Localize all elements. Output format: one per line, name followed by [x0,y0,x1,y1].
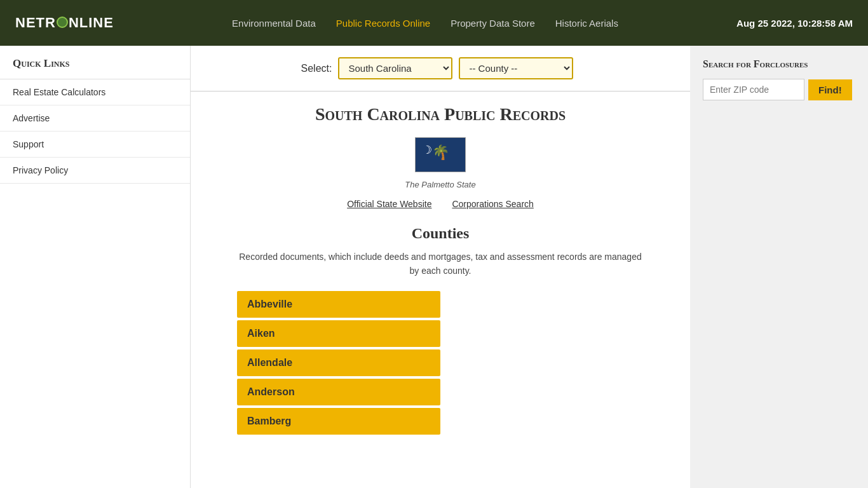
zip-code-input[interactable] [703,79,804,100]
state-select[interactable]: South Carolina [338,57,452,79]
sidebar-item-privacy[interactable]: Privacy Policy [0,158,190,184]
sidebar-item-advertise[interactable]: Advertise [0,105,190,132]
county-anderson[interactable]: Anderson [237,379,440,405]
flag-crescent-icon: ☽ [422,143,432,157]
flag-tree-icon: 🌴 [432,144,449,161]
county-abbeville[interactable]: Abbeville [237,291,440,318]
logo: NETRNLINE [15,15,114,31]
select-bar: Select: South Carolina -- County -- [191,46,690,92]
logo-globe-icon [57,17,68,28]
select-label: Select: [301,63,332,74]
nav-environmental-data[interactable]: Environmental Data [232,18,316,29]
header: NETRNLINE Environmental Data Public Reco… [0,0,868,46]
state-page-title: South Carolina Public Records [237,104,644,125]
sidebar-item-support[interactable]: Support [0,132,190,158]
find-button[interactable]: Find! [808,79,852,100]
state-content: South Carolina Public Records ☽ 🌴 The Pa… [218,92,663,447]
flag-container: ☽ 🌴 [237,137,644,175]
main-nav: Environmental Data Public Records Online… [232,18,618,29]
right-panel: Search for Forclosures Find! [690,46,868,488]
county-aiken[interactable]: Aiken [237,320,440,347]
county-allendale[interactable]: Allendale [237,349,440,376]
county-bamberg[interactable]: Bamberg [237,408,440,435]
counties-description: Recorded documents, which include deeds … [237,250,644,278]
nav-property-data[interactable]: Property Data Store [451,18,535,29]
zip-search-row: Find! [703,79,855,100]
header-datetime: Aug 25 2022, 10:28:58 AM [736,18,853,29]
state-flag: ☽ 🌴 [415,137,466,172]
county-select[interactable]: -- County -- [459,57,573,79]
state-links: Official State Website Corporations Sear… [237,198,644,210]
official-state-website-link[interactable]: Official State Website [347,199,431,209]
county-list: Abbeville Aiken Allendale Anderson Bambe… [237,291,440,435]
foreclosure-search-title: Search for Forclosures [703,58,855,70]
sidebar-title: Quick Links [0,46,190,79]
counties-heading: Counties [237,225,644,242]
sidebar-item-real-estate[interactable]: Real Estate Calculators [0,79,190,105]
sidebar: Quick Links Real Estate Calculators Adve… [0,46,191,488]
page-body: Quick Links Real Estate Calculators Adve… [0,46,868,488]
corporations-search-link[interactable]: Corporations Search [452,199,533,209]
main-content: Select: South Carolina -- County -- Sout… [191,46,690,488]
nav-historic-aerials[interactable]: Historic Aerials [555,18,618,29]
flag-caption: The Palmetto State [237,180,644,189]
nav-public-records[interactable]: Public Records Online [336,18,430,29]
